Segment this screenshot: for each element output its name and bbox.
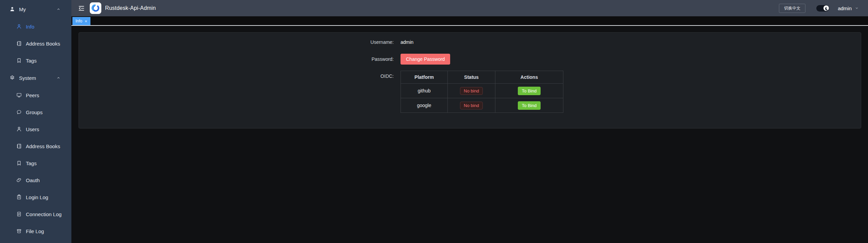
sidebar-item-label: Groups bbox=[26, 109, 65, 115]
sidebar-item-label: Connection Log bbox=[26, 211, 65, 217]
user-filled-icon bbox=[9, 6, 15, 12]
notebook-icon bbox=[16, 40, 22, 47]
sidebar-item-label: File Log bbox=[26, 228, 65, 234]
oidc-table: Platform Status Actions github No bind bbox=[401, 71, 563, 113]
document-icon bbox=[16, 211, 22, 217]
tab-bar: Info × bbox=[71, 16, 868, 26]
status-badge: No bind bbox=[460, 87, 483, 95]
username-row: Username: admin bbox=[370, 37, 570, 48]
sidebar-item-info[interactable]: Info bbox=[0, 18, 71, 35]
oidc-table-header-row: Platform Status Actions bbox=[401, 71, 563, 84]
tab-label: Info bbox=[75, 19, 82, 23]
archive-box-icon bbox=[16, 228, 22, 234]
user-icon bbox=[16, 126, 22, 132]
top-header: Rustdesk-Api-Admin 切换中文 admin bbox=[71, 0, 868, 16]
user-icon bbox=[16, 23, 22, 30]
status-badge: No bind bbox=[460, 102, 483, 109]
sidebar-item-label: Address Books bbox=[26, 143, 65, 149]
sidebar-item-label: Info bbox=[26, 24, 65, 30]
switch-language-button[interactable]: 切换中文 bbox=[779, 4, 805, 13]
sidebar-item-users[interactable]: Users bbox=[0, 121, 71, 138]
sidebar-item-label: Tags bbox=[26, 160, 65, 166]
change-password-button[interactable]: Change Password bbox=[401, 54, 450, 65]
moon-icon bbox=[823, 5, 829, 11]
sidebar-item-address-books[interactable]: Address Books bbox=[0, 35, 71, 52]
platform-cell: google bbox=[401, 98, 448, 113]
user-name: admin bbox=[838, 5, 852, 11]
monitor-icon bbox=[16, 92, 22, 98]
chat-bubble-icon bbox=[16, 109, 22, 115]
tab-info[interactable]: Info × bbox=[72, 17, 90, 25]
notebook-icon bbox=[16, 143, 22, 149]
sidebar-item-groups[interactable]: Groups bbox=[0, 104, 71, 121]
sidebar-item-label: Login Log bbox=[26, 194, 65, 200]
oidc-label: OIDC: bbox=[370, 71, 401, 113]
sidebar-item-label: Address Books bbox=[26, 41, 65, 47]
to-bind-button-github[interactable]: To Bind bbox=[518, 87, 541, 95]
sidebar-section-system[interactable]: System bbox=[0, 69, 71, 87]
gear-icon bbox=[9, 75, 15, 81]
sidebar-item-connection-log[interactable]: Connection Log bbox=[0, 206, 71, 223]
chevron-up-icon bbox=[56, 75, 61, 80]
bookmark-icon bbox=[16, 160, 22, 166]
info-card: Username: admin Password: Change Passwor… bbox=[79, 32, 861, 128]
username-value: admin bbox=[401, 37, 413, 48]
sidebar-item-file-log[interactable]: File Log bbox=[0, 223, 71, 240]
paperclip-icon bbox=[16, 177, 22, 183]
status-cell: No bind bbox=[448, 98, 495, 113]
app-title: Rustdesk-Api-Admin bbox=[105, 5, 156, 11]
sidebar-item-label: Tags bbox=[26, 58, 65, 64]
password-label: Password: bbox=[370, 54, 401, 65]
chevron-down-icon bbox=[854, 6, 859, 11]
user-menu[interactable]: admin bbox=[838, 5, 859, 11]
rustdesk-logo bbox=[90, 2, 101, 14]
oidc-col-actions: Actions bbox=[495, 71, 563, 84]
sidebar-section-label: System bbox=[19, 75, 56, 81]
sidebar-fold-icon[interactable] bbox=[78, 4, 85, 12]
sidebar-item-label: Users bbox=[26, 126, 65, 132]
clipboard-icon bbox=[16, 194, 22, 200]
dark-mode-toggle[interactable] bbox=[816, 5, 829, 12]
oidc-col-platform: Platform bbox=[401, 71, 448, 84]
oidc-row: OIDC: Platform Status Actions bbox=[370, 71, 570, 113]
username-label: Username: bbox=[370, 37, 401, 48]
sidebar-item-label: Peers bbox=[26, 92, 65, 98]
rustdesk-admin-app: My Info Address Books Tags System Peers … bbox=[0, 0, 868, 243]
password-row: Password: Change Password bbox=[370, 54, 570, 65]
content-area: Username: admin Password: Change Passwor… bbox=[71, 26, 868, 243]
sidebar-section-my[interactable]: My bbox=[0, 0, 71, 18]
to-bind-button-google[interactable]: To Bind bbox=[518, 101, 541, 110]
sidebar-item-label: Oauth bbox=[26, 177, 65, 183]
sidebar: My Info Address Books Tags System Peers … bbox=[0, 0, 71, 243]
sidebar-item-login-log[interactable]: Login Log bbox=[0, 189, 71, 206]
actions-cell: To Bind bbox=[495, 84, 563, 98]
chevron-up-icon bbox=[56, 7, 61, 12]
table-row-github: github No bind To Bind bbox=[401, 84, 563, 98]
platform-cell: github bbox=[401, 84, 448, 98]
sidebar-item-tags[interactable]: Tags bbox=[0, 52, 71, 69]
sidebar-item-address-books-system[interactable]: Address Books bbox=[0, 138, 71, 155]
bookmark-icon bbox=[16, 57, 22, 64]
account-info-form: Username: admin Password: Change Passwor… bbox=[370, 33, 570, 113]
sidebar-item-peers[interactable]: Peers bbox=[0, 87, 71, 104]
tab-close-icon[interactable]: × bbox=[85, 19, 87, 23]
sidebar-section-label: My bbox=[19, 6, 56, 12]
sidebar-item-oauth[interactable]: Oauth bbox=[0, 172, 71, 189]
actions-cell: To Bind bbox=[495, 98, 563, 113]
sidebar-item-tags-system[interactable]: Tags bbox=[0, 155, 71, 172]
table-row-google: google No bind To Bind bbox=[401, 98, 563, 113]
oidc-col-status: Status bbox=[448, 71, 495, 84]
main-column: Rustdesk-Api-Admin 切换中文 admin Info × bbox=[71, 0, 868, 243]
status-cell: No bind bbox=[448, 84, 495, 98]
